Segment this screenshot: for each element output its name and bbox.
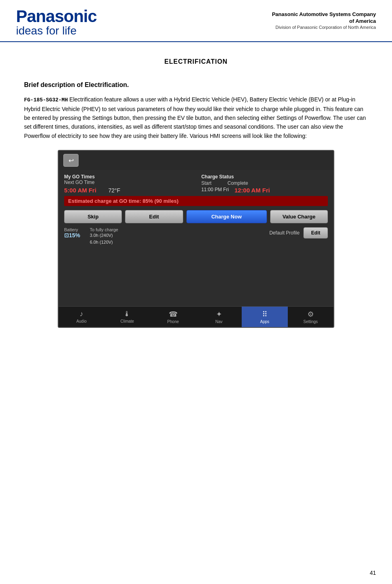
brand-name: Panasonic (16, 8, 97, 25)
battery-section: Battery ⊡15% To fully charge 3.0h (240V)… (64, 227, 196, 245)
hmi-screen: ↩ My GO Times Next GO Time 5:00 AM Fri 7… (58, 150, 334, 328)
my-go-times-label: My GO Times (64, 174, 191, 180)
subsection-title: Brief description of Electrification. (24, 81, 368, 89)
phone-icon: ☎ (152, 310, 194, 319)
settings-icon: ⚙ (289, 310, 332, 319)
fg-tag: FG-185-SG32-MH (24, 97, 68, 103)
next-go-time-label: Next GO Time (64, 180, 191, 185)
nav-audio-label: Audio (76, 319, 87, 323)
hmi-right-section: Charge Status Start Complete 11:00 PM Fr… (201, 174, 328, 194)
edit-button[interactable]: Edit (125, 210, 183, 223)
hmi-section-labels: My GO Times Next GO Time 5:00 AM Fri 72°… (64, 174, 328, 194)
start-time-value: 11:00 PM Fri (201, 187, 229, 194)
nav-icon: ✦ (198, 310, 240, 319)
charge-120v: 6.0h (120V) (90, 239, 118, 246)
hmi-main-area: My GO Times Next GO Time 5:00 AM Fri 72°… (59, 170, 333, 306)
charge-status-label: Charge Status (201, 174, 328, 180)
audio-icon: ♪ (60, 310, 103, 318)
page-header: Panasonic ideas for life Panasonic Autom… (0, 0, 392, 42)
hmi-info-row: Battery ⊡15% To fully charge 3.0h (240V)… (64, 227, 328, 245)
start-label: Start (201, 180, 211, 186)
brand-tagline: ideas for life (16, 25, 97, 37)
nav-nav[interactable]: ✦ Nav (196, 307, 242, 327)
nav-apps[interactable]: ⠿ Apps (242, 307, 287, 327)
climate-icon: 🌡 (106, 310, 148, 318)
nav-settings[interactable]: ⚙ Settings (288, 307, 333, 327)
complete-time-value: 12:00 AM Fri (234, 187, 270, 194)
section-title: ELECTRIFICATION (24, 58, 368, 65)
battery-label: Battery (64, 227, 80, 232)
hmi-top-bar: ↩ (59, 151, 333, 170)
go-time-value: 5:00 AM Fri (64, 187, 96, 194)
main-content: ELECTRIFICATION Brief description of Ele… (0, 42, 392, 368)
nav-audio[interactable]: ♪ Audio (59, 307, 104, 327)
charge-time-col: To fully charge 3.0h (240V) 6.0h (120V) (90, 227, 118, 245)
page-number: 41 (370, 570, 376, 576)
logo-area: Panasonic ideas for life (16, 8, 97, 37)
nav-settings-label: Settings (303, 319, 318, 324)
nav-apps-label: Apps (260, 319, 269, 324)
charge-banner: Estimated charge at GO time: 85% (90 mil… (64, 196, 328, 206)
hmi-back-button[interactable]: ↩ (63, 154, 79, 167)
charge-now-button[interactable]: Charge Now (186, 210, 267, 223)
profile-edit-button[interactable]: Edit (303, 227, 328, 238)
nav-nav-label: Nav (215, 319, 222, 324)
battery-value: ⊡15% (64, 232, 80, 238)
hmi-left-section: My GO Times Next GO Time 5:00 AM Fri 72°… (64, 174, 191, 194)
company-name: Panasonic Automotive Systems Companyof A… (272, 11, 376, 25)
nav-climate[interactable]: 🌡 Climate (104, 307, 150, 327)
nav-climate-label: Climate (121, 319, 134, 323)
apps-icon: ⠿ (243, 310, 286, 319)
skip-button[interactable]: Skip (64, 210, 122, 223)
hmi-buttons-row: Skip Edit Charge Now Value Charge (64, 210, 328, 223)
to-charge-label: To fully charge (90, 227, 118, 232)
nav-phone[interactable]: ☎ Phone (150, 307, 196, 327)
default-profile-label: Default Profile (269, 230, 299, 236)
battery-label-col: Battery ⊡15% (64, 227, 80, 245)
profile-section: Default Profile Edit (196, 227, 328, 238)
complete-label: Complete (228, 180, 248, 186)
back-arrow-icon: ↩ (69, 157, 74, 164)
temperature-value: 72°F (108, 187, 120, 194)
value-charge-button[interactable]: Value Charge (270, 210, 328, 223)
hmi-nav-bar: ♪ Audio 🌡 Climate ☎ Phone ✦ Nav ⠿ Apps ⚙ (59, 306, 333, 327)
charge-240v: 3.0h (240V) (90, 232, 118, 239)
company-info: Panasonic Automotive Systems Companyof A… (272, 8, 376, 30)
body-text: FG-185-SG32-MH Electrification feature a… (24, 95, 368, 140)
nav-phone-label: Phone (167, 319, 179, 324)
body-text-content: Electrification feature allows a user wi… (24, 96, 366, 139)
company-division: Division of Panasonic Corporation of Nor… (272, 25, 376, 30)
